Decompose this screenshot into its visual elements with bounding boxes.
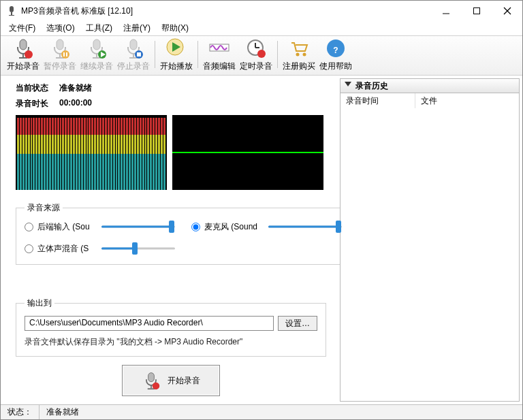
history-list[interactable] — [340, 108, 520, 402]
svg-rect-0 — [10, 6, 14, 12]
svg-rect-18 — [96, 54, 97, 57]
output-hint: 录音文件默认保存目录为 "我的文档 -> MP3 Audio Recorder" — [25, 336, 317, 348]
svg-point-35 — [303, 53, 306, 56]
output-legend: 输出到 — [25, 297, 54, 309]
tb-help[interactable]: ? 使用帮助 — [317, 36, 354, 74]
svg-point-41 — [153, 383, 160, 390]
svg-rect-15 — [63, 52, 65, 56]
output-settings-button[interactable]: 设置… — [278, 316, 317, 331]
tb-resume-record[interactable]: 继续录音 — [78, 36, 115, 74]
svg-rect-16 — [66, 52, 67, 56]
source-rear-radio[interactable] — [25, 223, 33, 231]
tb-stop-record-label: 停止录音 — [117, 61, 150, 72]
history-col-file[interactable]: 文件 — [415, 93, 519, 108]
source-mix-slider[interactable] — [101, 242, 175, 255]
menu-options[interactable]: 选项(O) — [42, 21, 78, 35]
svg-point-10 — [25, 50, 33, 59]
tb-play-label: 开始播放 — [160, 61, 193, 72]
output-path-field[interactable]: C:\Users\user\Documents\MP3 Audio Record… — [25, 316, 274, 331]
source-mic-slider[interactable] — [268, 221, 342, 233]
tb-edit[interactable]: 音频编辑 — [201, 36, 238, 74]
time-value: 00:00:00 — [59, 98, 92, 110]
toolbar-separator — [277, 41, 278, 68]
titlebar: MP3音频录音机 标准版 [12.10] — [1, 1, 522, 21]
tb-start-record-label: 开始录音 — [7, 61, 39, 72]
svg-rect-8 — [22, 54, 24, 57]
waveform-visualizer — [172, 115, 323, 190]
history-title: 录音历史 — [355, 80, 388, 92]
source-rear-label: 后端输入 (Sou — [37, 221, 97, 233]
toolbar-separator — [197, 41, 198, 68]
svg-rect-39 — [150, 385, 152, 388]
source-rear-slider[interactable] — [101, 221, 175, 233]
tb-edit-label: 音频编辑 — [203, 61, 236, 72]
svg-rect-1 — [11, 12, 12, 15]
menu-file[interactable]: 文件(F) — [5, 21, 39, 35]
history-columns: 录音时间 文件 — [340, 93, 520, 108]
expand-icon — [345, 81, 351, 91]
visualizer-row — [16, 115, 326, 190]
svg-rect-22 — [130, 39, 137, 50]
source-mix-radio[interactable] — [25, 244, 33, 253]
tb-pause-record[interactable]: 暂停录音 — [42, 36, 78, 74]
mic-pause-icon — [49, 37, 71, 59]
tb-timer-label: 定时录音 — [240, 61, 272, 72]
menu-register[interactable]: 注册(Y) — [119, 21, 155, 35]
maximize-button[interactable] — [461, 1, 492, 21]
toolbar: 开始录音 暂停录音 继续录音 停止录音 开始播放 音频编辑 定时录音 注册购买 … — [1, 36, 522, 76]
menu-tools[interactable]: 工具(Z) — [82, 21, 116, 35]
clock-icon — [245, 37, 267, 59]
svg-rect-12 — [59, 54, 61, 57]
history-col-time[interactable]: 录音时间 — [340, 93, 415, 108]
output-fieldset: 输出到 C:\Users\user\Documents\MP3 Audio Re… — [16, 297, 326, 357]
minimize-button[interactable] — [430, 1, 461, 21]
svg-rect-23 — [133, 54, 134, 57]
tb-start-record[interactable]: 开始录音 — [5, 36, 42, 74]
source-mix[interactable]: 立体声混音 (S — [25, 242, 175, 255]
play-icon — [165, 37, 187, 59]
svg-rect-7 — [20, 39, 27, 50]
status-value: 准备就绪 — [59, 82, 92, 94]
close-button[interactable] — [492, 1, 522, 21]
status-label: 当前状态 — [16, 82, 48, 94]
main-record-button[interactable]: 开始录音 — [122, 365, 220, 396]
svg-rect-38 — [148, 373, 155, 382]
statusbar-value: 准备就绪 — [39, 405, 522, 419]
svg-rect-2 — [9, 15, 14, 16]
tb-stop-record[interactable]: 停止录音 — [115, 36, 152, 74]
source-mic[interactable]: 麦克风 (Sound — [191, 221, 342, 233]
help-icon: ? — [325, 37, 347, 59]
tb-help-label: 使用帮助 — [319, 61, 352, 72]
window-controls — [430, 1, 522, 21]
menu-help[interactable]: 帮助(X) — [157, 21, 193, 35]
mic-stop-icon — [123, 37, 144, 59]
mic-record-icon — [12, 37, 34, 59]
window-title: MP3音频录音机 标准版 [12.10] — [21, 5, 430, 17]
waveform-icon — [208, 37, 230, 59]
tb-buy[interactable]: 注册购买 — [281, 36, 317, 74]
source-mic-radio[interactable] — [191, 223, 200, 231]
svg-marker-42 — [345, 82, 351, 86]
svg-rect-17 — [93, 39, 100, 50]
history-panel: 录音历史 录音时间 文件 — [340, 76, 522, 404]
source-legend: 录音来源 — [25, 202, 63, 214]
svg-point-14 — [61, 50, 69, 59]
tb-timer[interactable]: 定时录音 — [238, 36, 274, 74]
source-mix-label: 立体声混音 (S — [37, 243, 97, 255]
time-row: 录音时长 00:00:00 — [16, 98, 326, 110]
mic-resume-icon — [86, 37, 108, 59]
tb-play[interactable]: 开始播放 — [158, 36, 195, 74]
statusbar: 状态： 准备就绪 — [1, 404, 522, 419]
main-panel: 当前状态 准备就绪 录音时长 00:00:00 录音来源 后端输入 (Sou — [1, 76, 340, 404]
history-header[interactable]: 录音历史 — [340, 78, 520, 93]
svg-text:?: ? — [333, 46, 338, 55]
source-mic-label: 麦克风 (Sound — [204, 221, 264, 233]
tb-buy-label: 注册购买 — [283, 61, 315, 72]
svg-rect-11 — [57, 39, 63, 50]
cart-icon — [288, 37, 310, 59]
mic-record-icon — [142, 371, 161, 390]
svg-rect-26 — [137, 52, 141, 56]
toolbar-separator — [155, 41, 155, 68]
source-rear[interactable]: 后端输入 (Sou — [25, 221, 175, 233]
svg-point-34 — [296, 53, 300, 56]
